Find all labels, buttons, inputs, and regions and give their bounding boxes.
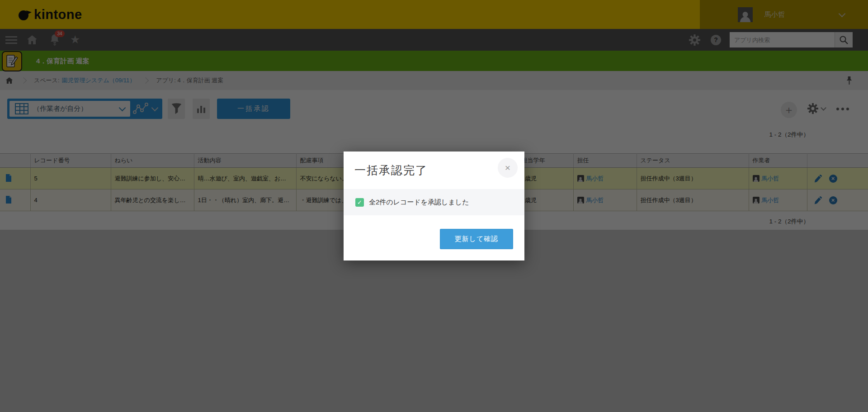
- modal-message-strip: ✓ 全2件のレコードを承認しました: [344, 189, 524, 215]
- modal-header: 一括承認完了 ×: [344, 152, 524, 189]
- success-check-icon: ✓: [355, 198, 364, 207]
- close-icon[interactable]: ×: [498, 158, 518, 178]
- refresh-confirm-button[interactable]: 更新して確認: [440, 229, 513, 249]
- modal-footer: 更新して確認: [344, 215, 524, 260]
- modal-message: 全2件のレコードを承認しました: [369, 198, 469, 207]
- modal-title: 一括承認完了: [354, 163, 428, 178]
- kintone-record-list-screen: kintone 馬小哲 34 ★: [0, 0, 868, 412]
- bulk-approval-complete-modal: 一括承認完了 × ✓ 全2件のレコードを承認しました 更新して確認: [344, 152, 524, 260]
